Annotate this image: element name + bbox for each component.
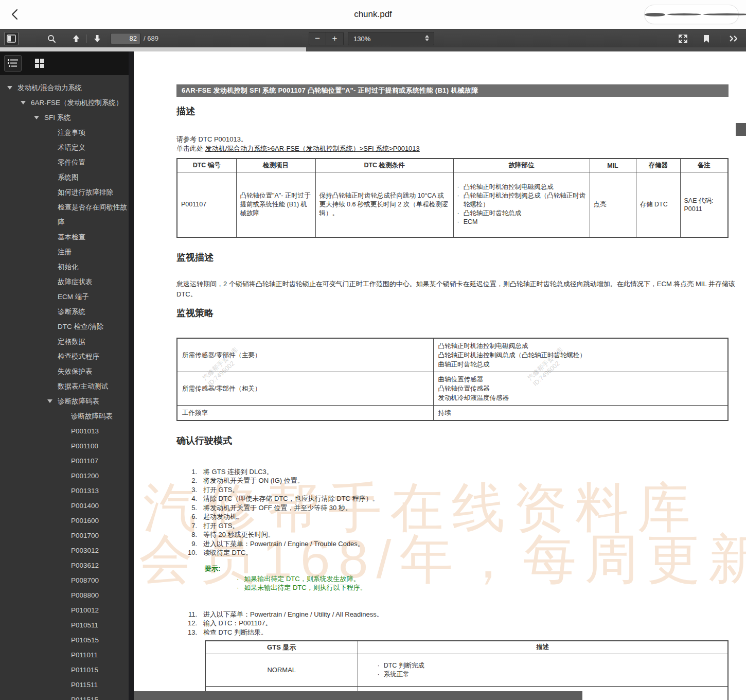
click-here-line: 单击此处 发动机/混合动力系统>6AR-FSE（发动机控制系统）>SFI 系统>… bbox=[176, 144, 729, 153]
outline-item[interactable]: 6AR-FSE（发动机控制系统） bbox=[0, 95, 129, 110]
outline-item[interactable]: DTC 检查/清除 bbox=[0, 319, 129, 334]
zoom-level-select[interactable]: 130% bbox=[348, 32, 434, 45]
pdf-page: 6AR-FSE 发动机控制 SFI 系统 P001107 凸轮轴位置"A"- 正… bbox=[134, 51, 729, 700]
outline-item[interactable]: 失效保护表 bbox=[0, 364, 129, 379]
outline-item[interactable]: 故障症状表 bbox=[0, 274, 129, 289]
outline-item[interactable]: 诊断故障码表 bbox=[0, 409, 129, 424]
outline-item[interactable]: P011015 bbox=[0, 662, 129, 677]
bookmark-button[interactable] bbox=[699, 32, 714, 45]
tip-item: ·如果输出待定 DTC，则系统发生故障。 bbox=[237, 574, 729, 584]
confirmation-steps: 将 GTS 连接到 DLC3。 将发动机开关置于 ON (IG) 位置。 打开 … bbox=[176, 467, 729, 557]
outline-item[interactable]: P001100 bbox=[0, 439, 129, 453]
outline-item[interactable]: P001313 bbox=[0, 483, 129, 498]
table-row: 所需传感器/零部件（相关） 曲轴位置传感器 凸轮轴位置传感器 发动机冷却液温度传… bbox=[177, 372, 728, 405]
fullscreen-button[interactable] bbox=[676, 32, 690, 45]
outline-item[interactable]: 诊断故障码表 bbox=[0, 394, 129, 409]
back-button[interactable] bbox=[8, 7, 23, 22]
outline-item[interactable]: SFI 系统 bbox=[0, 110, 129, 125]
view-outline-button[interactable] bbox=[4, 55, 22, 72]
dtc-mil-cell: 点亮 bbox=[590, 172, 636, 237]
dtc-reference-link[interactable]: 发动机/混合动力系统>6AR-FSE（发动机控制系统）>SFI 系统>P0010… bbox=[205, 145, 420, 152]
table-row: P001107 凸轮轴位置"A"- 正时过于提前或系统性能 (B1) 机械故障 … bbox=[177, 172, 728, 237]
outline-item[interactable]: 诊断系统 bbox=[0, 304, 129, 319]
zoom-in-button[interactable]: + bbox=[326, 32, 344, 45]
more-options-button[interactable] bbox=[645, 9, 746, 20]
confirmation-steps-continued: 进入以下菜单：Powertrain / Engine / Utility / A… bbox=[176, 610, 729, 637]
document-title: chunk.pdf bbox=[0, 9, 746, 20]
outline-item[interactable]: 基本检查 bbox=[0, 230, 129, 244]
page-number-input[interactable] bbox=[111, 33, 140, 44]
collapse-arrow-icon[interactable] bbox=[7, 80, 17, 90]
zoom-level-value: 130% bbox=[353, 35, 370, 43]
view-thumbnails-button[interactable] bbox=[31, 55, 48, 72]
bookmark-icon bbox=[703, 34, 710, 43]
outline-item[interactable]: 术语定义 bbox=[0, 140, 129, 155]
toolbar-separator bbox=[86, 34, 87, 43]
outline-item[interactable]: 初始化 bbox=[0, 259, 129, 274]
document-outline-tree: 发动机/混合动力系统 6AR-FSE（发动机控制系统） SFI 系统 注意事项 … bbox=[0, 75, 129, 700]
outline-sidebar: 发动机/混合动力系统 6AR-FSE（发动机控制系统） SFI 系统 注意事项 … bbox=[0, 51, 129, 700]
dtc-note-cell: SAE 代码: P0011 bbox=[680, 172, 728, 237]
dtc-condition-cell: 保持凸轮轴正时齿轮总成径向跳动 10°CA 或更大持续 0.6 秒或更长时间 2… bbox=[315, 172, 453, 237]
outline-item[interactable]: 检查模式程序 bbox=[0, 349, 129, 364]
page-total-label: / 689 bbox=[144, 34, 158, 42]
dtc-banner: 6AR-FSE 发动机控制 SFI 系统 P001107 凸轮轴位置"A"- 正… bbox=[176, 84, 729, 97]
monitor-description-paragraph: 怠速运转期间，2 个锁销将凸轮轴正时齿轮锁止在可变气门正时工作范围的中心。如果某… bbox=[176, 279, 746, 300]
outline-item[interactable]: P010511 bbox=[0, 618, 129, 633]
outline-item[interactable]: P008700 bbox=[0, 573, 129, 588]
loading-progress-fill bbox=[0, 47, 306, 51]
outline-item[interactable]: 发动机/混合动力系统 bbox=[0, 80, 129, 95]
outline-item[interactable]: 注意事项 bbox=[0, 125, 129, 140]
table-row: NORMAL ·DTC 判断完成 ·系统正常 bbox=[205, 654, 728, 686]
outline-item[interactable]: P011011 bbox=[0, 647, 129, 662]
next-page-button[interactable] bbox=[90, 32, 104, 45]
sidebar-splitter[interactable] bbox=[129, 51, 134, 700]
outline-item[interactable]: P008800 bbox=[0, 588, 129, 603]
outline-item[interactable]: 零件位置 bbox=[0, 155, 129, 170]
outline-item[interactable]: 系统图 bbox=[0, 170, 129, 185]
arrow-up-icon bbox=[72, 34, 80, 43]
double-chevron-icon bbox=[729, 35, 739, 42]
vertical-scrollbar-thumb[interactable] bbox=[736, 123, 746, 136]
dtc-item-cell: 凸轮轴位置"A"- 正时过于提前或系统性能 (B1) 机械故障 bbox=[236, 172, 315, 237]
tip-item: ·如果未输出待定 DTC，则执行以下程序。 bbox=[237, 583, 729, 592]
table-row: 工作频率 持续 bbox=[177, 405, 728, 421]
outline-item[interactable]: P010012 bbox=[0, 603, 129, 618]
sidebar-view-switcher bbox=[0, 51, 129, 75]
zoom-out-button[interactable]: − bbox=[309, 32, 326, 45]
outline-item[interactable]: 注册 bbox=[0, 244, 129, 259]
section-heading-monitor-strategy: 监视策略 bbox=[176, 307, 729, 319]
previous-page-button[interactable] bbox=[69, 32, 83, 45]
outline-item[interactable]: P010515 bbox=[0, 633, 129, 647]
outline-item[interactable]: P003612 bbox=[0, 558, 129, 573]
toggle-sidebar-button[interactable] bbox=[4, 32, 19, 45]
outline-item[interactable]: P001013 bbox=[0, 424, 129, 439]
sidebar-icon bbox=[7, 34, 16, 43]
app-titlebar: chunk.pdf bbox=[0, 0, 746, 29]
outline-item[interactable]: P001400 bbox=[0, 498, 129, 513]
outline-item[interactable]: 如何进行故障排除 bbox=[0, 185, 129, 200]
search-button[interactable] bbox=[44, 32, 59, 45]
outline-item[interactable]: 数据表/主动测试 bbox=[0, 379, 129, 394]
outline-list-icon bbox=[7, 58, 19, 68]
outline-item[interactable]: ECM 端子 bbox=[0, 289, 129, 304]
pdf-viewer: 汽修帮手在线资料库 会员168/年，每周更新车型 汽修帮手资料库ID:74960… bbox=[134, 51, 746, 700]
collapse-arrow-icon[interactable] bbox=[47, 394, 58, 403]
horizontal-scrollbar-thumb[interactable] bbox=[134, 691, 582, 700]
outline-item[interactable]: P011511 bbox=[0, 677, 129, 692]
collapse-arrow-icon[interactable] bbox=[21, 95, 31, 104]
outline-item[interactable]: P003012 bbox=[0, 543, 129, 558]
thumbnails-grid-icon bbox=[34, 58, 45, 68]
outline-item[interactable]: P001107 bbox=[0, 453, 129, 468]
section-heading-monitor-desc: 监视描述 bbox=[176, 251, 729, 264]
outline-item[interactable]: P001600 bbox=[0, 513, 129, 528]
outline-item[interactable]: 检查是否存在间歇性故障 bbox=[0, 200, 129, 230]
zoom-controls: − + 130% bbox=[309, 32, 434, 45]
section-heading-describe: 描述 bbox=[176, 105, 729, 117]
outline-item[interactable]: P011515 bbox=[0, 692, 129, 700]
more-tools-button[interactable] bbox=[726, 32, 741, 45]
outline-item[interactable]: P001200 bbox=[0, 468, 129, 483]
outline-item[interactable]: 定格数据 bbox=[0, 334, 129, 349]
collapse-arrow-icon[interactable] bbox=[34, 110, 44, 119]
outline-item[interactable]: P001700 bbox=[0, 528, 129, 543]
